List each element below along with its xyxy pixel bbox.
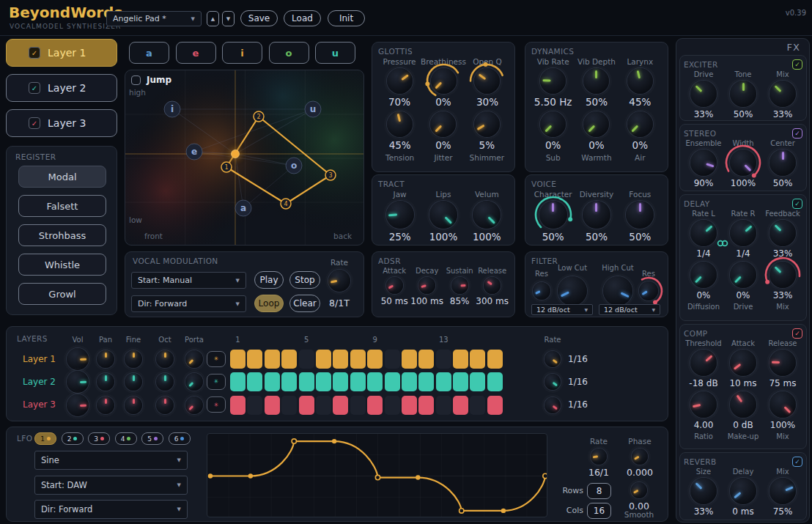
step-cell-15[interactable] xyxy=(470,372,485,391)
filter-slope-select-1[interactable]: 12 dB/oct▼ xyxy=(531,304,593,315)
vowel-node-u[interactable]: u xyxy=(305,101,321,117)
cols-stepper[interactable]: 16 xyxy=(587,503,611,519)
lfo-tab-2[interactable]: 2 xyxy=(62,432,84,445)
lfo-tab-4[interactable]: 4 xyxy=(115,432,137,445)
register-option-falsett[interactable]: Falsett xyxy=(18,195,106,217)
filter-high-cut-knob-3[interactable] xyxy=(603,276,632,306)
lfo-smooth-knob[interactable] xyxy=(631,482,647,498)
layer-mod-button[interactable]: ✳ xyxy=(207,374,226,390)
mix-knob[interactable] xyxy=(769,262,796,288)
lfo-wave-select[interactable]: Sine▼ xyxy=(34,451,188,470)
step-cell-2[interactable] xyxy=(247,396,262,415)
clear-button[interactable]: Clear xyxy=(289,295,320,312)
step-cell-6[interactable] xyxy=(316,396,331,415)
jaw-knob[interactable] xyxy=(386,201,414,229)
step-cell-10[interactable] xyxy=(385,396,400,415)
vowel-xy-pad[interactable]: iueoa1234 Jump high low front back xyxy=(125,70,364,246)
lfo-curve-display[interactable] xyxy=(207,433,547,517)
vol-knob[interactable] xyxy=(67,348,89,370)
mix-knob[interactable] xyxy=(769,391,796,418)
vowel-button-o[interactable]: o xyxy=(269,42,309,64)
layer-mod-button[interactable]: ✳ xyxy=(207,396,226,413)
step-cell-14[interactable] xyxy=(453,372,468,391)
vowel-node-i[interactable]: i xyxy=(164,101,180,117)
character-knob[interactable] xyxy=(539,201,567,229)
lfo-tab-6[interactable]: 6 xyxy=(169,432,191,445)
decay-knob[interactable] xyxy=(418,277,435,294)
step-cell-7[interactable] xyxy=(333,396,348,415)
attack-knob[interactable] xyxy=(386,277,403,294)
layer-checkbox[interactable]: ✓ xyxy=(29,47,40,59)
play-button[interactable]: Play xyxy=(254,271,284,289)
filter-low-cut-knob-2[interactable] xyxy=(558,276,587,306)
load-button[interactable]: Load xyxy=(284,10,321,26)
drive-knob[interactable] xyxy=(690,81,717,107)
init-button[interactable]: Init xyxy=(328,10,365,26)
step-cell-16[interactable] xyxy=(487,396,503,415)
step-cell-5[interactable] xyxy=(299,350,314,369)
shimmer-knob[interactable] xyxy=(474,111,500,137)
oct-knob[interactable] xyxy=(156,373,174,391)
step-cell-15[interactable] xyxy=(470,396,485,415)
step-cell-1[interactable] xyxy=(230,372,246,391)
step-cell-9[interactable] xyxy=(367,396,383,415)
step-cell-13[interactable] xyxy=(436,350,451,369)
step-cell-7[interactable] xyxy=(333,350,348,369)
width-knob[interactable] xyxy=(730,150,756,176)
attack-knob[interactable] xyxy=(730,350,756,376)
open-q-knob[interactable] xyxy=(474,68,500,94)
register-option-growl[interactable]: Growl xyxy=(18,283,106,305)
filter-slope-select-2[interactable]: 12 dB/oct▼ xyxy=(599,304,660,315)
register-option-strohbass[interactable]: Strohbass xyxy=(18,224,106,246)
fine-knob[interactable] xyxy=(125,373,142,391)
size-knob[interactable] xyxy=(690,478,717,504)
pan-knob[interactable] xyxy=(97,396,114,414)
sustain-knob[interactable] xyxy=(451,277,468,294)
fine-knob[interactable] xyxy=(125,350,142,368)
larynx-knob[interactable] xyxy=(627,68,653,94)
vowel-node-o[interactable]: o xyxy=(286,158,302,174)
oct-knob[interactable] xyxy=(156,396,174,414)
path-node-2[interactable]: 2 xyxy=(254,111,264,122)
step-cell-12[interactable] xyxy=(418,372,434,391)
air-knob[interactable] xyxy=(627,111,653,137)
step-cell-5[interactable] xyxy=(299,396,314,415)
step-cell-8[interactable] xyxy=(350,396,366,415)
porta-knob[interactable] xyxy=(185,396,203,414)
mix-knob[interactable] xyxy=(769,81,796,107)
step-cell-8[interactable] xyxy=(350,350,366,369)
diversity-knob[interactable] xyxy=(583,201,610,229)
step-cell-12[interactable] xyxy=(418,396,434,415)
step-cell-13[interactable] xyxy=(436,372,451,391)
vowel-button-e[interactable]: e xyxy=(176,42,216,64)
rate-r-knob[interactable] xyxy=(730,220,756,246)
register-option-modal[interactable]: Modal xyxy=(18,166,106,188)
step-cell-6[interactable] xyxy=(316,350,331,369)
step-cell-16[interactable] xyxy=(487,350,503,369)
release-knob[interactable] xyxy=(484,277,501,294)
delay-knob[interactable] xyxy=(730,478,756,504)
lfo-tab-3[interactable]: 3 xyxy=(88,432,110,445)
step-cell-1[interactable] xyxy=(230,350,246,369)
sub-knob[interactable] xyxy=(540,111,566,137)
layer-button-1[interactable]: ✓Layer 1 xyxy=(6,39,117,67)
vib-depth-knob[interactable] xyxy=(583,68,609,94)
step-cell-7[interactable] xyxy=(333,372,348,391)
stop-button[interactable]: Stop xyxy=(289,271,320,289)
step-cell-1[interactable] xyxy=(230,396,246,415)
step-cell-9[interactable] xyxy=(367,372,383,391)
rate-l-knob[interactable] xyxy=(690,220,717,246)
tone-knob[interactable] xyxy=(730,81,756,107)
mix-knob[interactable] xyxy=(769,478,796,504)
layer-checkbox[interactable]: ✓ xyxy=(29,117,40,129)
path-node-3[interactable]: 3 xyxy=(325,170,336,180)
save-button[interactable]: Save xyxy=(240,10,278,26)
path-node-4[interactable]: 4 xyxy=(281,199,291,209)
step-cell-4[interactable] xyxy=(281,396,297,415)
vowel-button-u[interactable]: u xyxy=(315,42,355,64)
lfo-tab-1[interactable]: 1 xyxy=(34,432,56,445)
focus-knob[interactable] xyxy=(626,201,654,229)
step-cell-9[interactable] xyxy=(367,350,383,369)
loop-button[interactable]: Loop xyxy=(254,295,284,312)
feedback-knob[interactable] xyxy=(769,220,796,246)
